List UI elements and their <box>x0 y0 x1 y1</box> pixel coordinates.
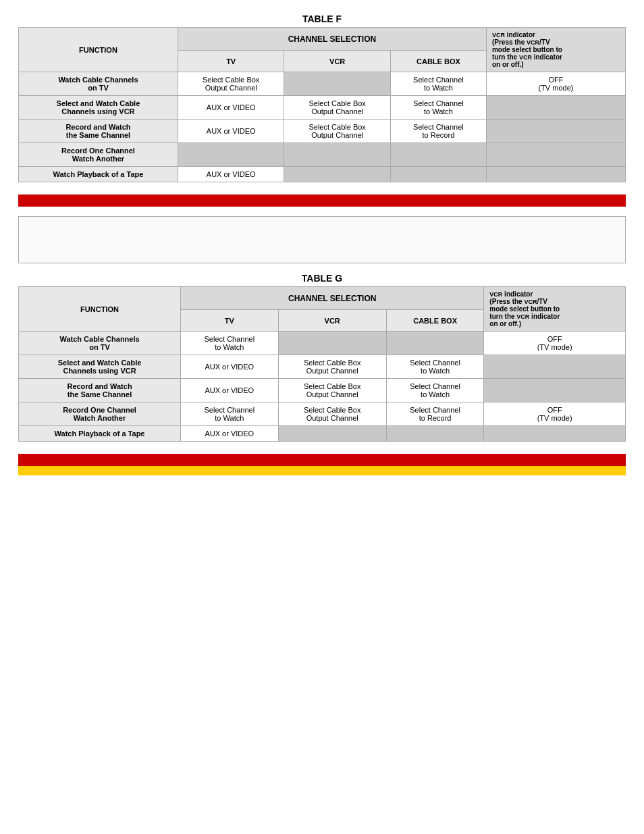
table-f-row2-vcr: Select Cable BoxOutput Channel <box>284 96 391 120</box>
table-g-row1-tv: Select Channelto Watch <box>181 332 279 355</box>
table-f-row2-cablebox: Select Channelto Watch <box>390 96 486 120</box>
table-row: Select and Watch CableChannels using VCR… <box>19 355 626 379</box>
table-f-tv-header: TV <box>178 51 284 72</box>
table-f-row1-vcr-indicator: OFF(TV mode) <box>486 72 625 96</box>
table-row: Watch Playback of a Tape AUX or VIDEO <box>19 426 626 442</box>
table-f-row1-cablebox: Select Channelto Watch <box>390 72 486 96</box>
table-g-row3-vcr: Select Cable BoxOutput Channel <box>278 379 386 402</box>
table-f-row3-cablebox: Select Channelto Record <box>390 120 486 143</box>
table-row: Watch Cable Channelson TV Select Cable B… <box>19 72 626 96</box>
table-g-row2-cablebox: Select Channelto Watch <box>386 355 484 379</box>
table-g-function-header: FUNCTION <box>19 287 181 332</box>
table-f: FUNCTION CHANNEL SELECTION VCR indicator… <box>18 27 626 182</box>
table-f-row4-function: Record One ChannelWatch Another <box>19 143 178 167</box>
table-f-row2-vcr-indicator <box>486 96 625 120</box>
table-f-row3-vcr: Select Cable BoxOutput Channel <box>284 120 391 143</box>
table-row: Record One ChannelWatch Another <box>19 143 626 167</box>
table-g: FUNCTION CHANNEL SELECTION VCR indicator… <box>18 286 626 442</box>
table-g-tv-header: TV <box>181 310 279 332</box>
table-f-row4-vcr <box>284 143 391 167</box>
table-row: Watch Playback of a Tape AUX or VIDEO <box>19 167 626 182</box>
table-g-row5-function: Watch Playback of a Tape <box>19 426 181 442</box>
vcr-indicator-text-g: VCR indicator(Press the VCR/TVmode selec… <box>489 290 560 328</box>
table-g-row5-cablebox <box>386 426 484 442</box>
table-g-row5-vcr <box>278 426 386 442</box>
table-f-row5-tv: AUX or VIDEO <box>178 167 284 182</box>
table-f-section: TABLE F FUNCTION CHANNEL SELECTION VCR i… <box>18 14 626 182</box>
table-g-header-row: FUNCTION CHANNEL SELECTION VCR indicator… <box>19 287 626 310</box>
table-f-row3-vcr-indicator <box>486 120 625 143</box>
table-g-row2-function: Select and Watch CableChannels using VCR <box>19 355 181 379</box>
table-g-row3-tv: AUX or VIDEO <box>181 379 279 402</box>
yellow-bar <box>18 466 626 475</box>
table-f-cablebox-header: CABLE BOX <box>390 51 486 72</box>
table-f-header-row: FUNCTION CHANNEL SELECTION VCR indicator… <box>19 28 626 51</box>
table-f-row4-tv <box>178 143 284 167</box>
table-g-row5-tv: AUX or VIDEO <box>181 426 279 442</box>
table-g-row3-vcr-indicator <box>484 379 626 402</box>
table-f-row1-vcr <box>284 72 391 96</box>
vcr-indicator-text: VCR indicator(Press the VCR/TVmode selec… <box>492 31 562 68</box>
table-f-vcr-header: VCR <box>284 51 391 72</box>
table-f-row1-tv: Select Cable BoxOutput Channel <box>178 72 284 96</box>
table-g-row2-vcr-indicator <box>484 355 626 379</box>
table-g-row4-vcr-indicator: OFF(TV mode) <box>484 402 626 426</box>
table-row: Record and Watchthe Same Channel AUX or … <box>19 120 626 143</box>
table-g-row3-cablebox: Select Channelto Watch <box>386 379 484 402</box>
text-box <box>18 216 626 263</box>
table-g-row5-vcr-indicator <box>484 426 626 442</box>
red-bar-2 <box>18 454 626 466</box>
table-g-row1-cablebox <box>386 332 484 355</box>
table-f-row4-vcr-indicator <box>486 143 625 167</box>
table-g-channel-selection-header: CHANNEL SELECTION <box>181 287 484 310</box>
table-f-row2-tv: AUX or VIDEO <box>178 96 284 120</box>
table-g-row4-tv: Select Channelto Watch <box>181 402 279 426</box>
table-f-row5-vcr <box>284 167 391 182</box>
table-g-row4-cablebox: Select Channelto Record <box>386 402 484 426</box>
text-box-content <box>30 226 614 234</box>
table-g-section: TABLE G FUNCTION CHANNEL SELECTION VCR i… <box>18 273 626 442</box>
table-f-row3-tv: AUX or VIDEO <box>178 120 284 143</box>
table-g-row4-vcr: Select Cable BoxOutput Channel <box>278 402 386 426</box>
table-g-vcr-indicator-header: VCR indicator(Press the VCR/TVmode selec… <box>484 287 626 332</box>
table-row: Select and Watch CableChannels using VCR… <box>19 96 626 120</box>
table-g-row1-function: Watch Cable Channelson TV <box>19 332 181 355</box>
table-f-row4-cablebox <box>390 143 486 167</box>
table-g-title: TABLE G <box>18 273 626 284</box>
table-f-title: TABLE F <box>18 14 626 24</box>
table-f-vcr-indicator-header: VCR indicator(Press the VCR/TVmode selec… <box>486 28 625 72</box>
table-f-function-header: FUNCTION <box>19 28 178 72</box>
page-container: TABLE F FUNCTION CHANNEL SELECTION VCR i… <box>18 14 626 475</box>
table-f-row3-function: Record and Watchthe Same Channel <box>19 120 178 143</box>
table-g-row3-function: Record and Watchthe Same Channel <box>19 379 181 402</box>
table-row: Record One ChannelWatch Another Select C… <box>19 402 626 426</box>
table-g-row2-tv: AUX or VIDEO <box>181 355 279 379</box>
table-row: Record and Watchthe Same Channel AUX or … <box>19 379 626 402</box>
table-g-row2-vcr: Select Cable BoxOutput Channel <box>278 355 386 379</box>
table-f-channel-selection-header: CHANNEL SELECTION <box>178 28 486 51</box>
table-g-row4-function: Record One ChannelWatch Another <box>19 402 181 426</box>
table-f-row2-function: Select and Watch CableChannels using VCR <box>19 96 178 120</box>
table-g-vcr-header: VCR <box>278 310 386 332</box>
table-row: Watch Cable Channelson TV Select Channel… <box>19 332 626 355</box>
bottom-bars <box>18 454 626 475</box>
table-f-row5-cablebox <box>390 167 486 182</box>
table-f-row5-function: Watch Playback of a Tape <box>19 167 178 182</box>
table-g-row1-vcr-indicator: OFF(TV mode) <box>484 332 626 355</box>
red-bar-1 <box>18 194 626 207</box>
table-f-row1-function: Watch Cable Channelson TV <box>19 72 178 96</box>
table-g-row1-vcr <box>278 332 386 355</box>
table-g-cablebox-header: CABLE BOX <box>386 310 484 332</box>
table-f-row5-vcr-indicator <box>486 167 625 182</box>
